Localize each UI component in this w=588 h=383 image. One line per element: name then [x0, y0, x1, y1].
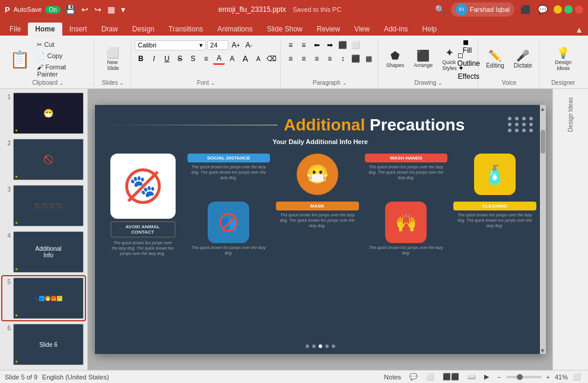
design-ideas-button[interactable]: 💡 Design Ideas [544, 45, 582, 74]
font-family-dropdown[interactable]: Calibri▾ [135, 40, 206, 50]
slide-thumb-5[interactable]: 5 ★ 🐾👥 😷 🙌 🧴 [2, 276, 85, 320]
font-size-shrink-button[interactable]: A [252, 53, 264, 65]
slide-thumb-6[interactable]: 6 ★ Slide 6 [2, 323, 85, 366]
slide-vscroll[interactable]: ▲ ▼ [540, 105, 546, 354]
shadow-button[interactable]: S [187, 53, 199, 65]
underline-button[interactable]: U [161, 53, 173, 65]
arrange-button[interactable]: ⬛ Arrange [410, 48, 436, 71]
present-icon[interactable]: ▦ [106, 4, 116, 15]
card-wash-hands-icon: 🙌 The quick brown fox jumps over the laz… [365, 202, 448, 256]
slide-title-area: Additional Precautions [95, 105, 546, 137]
reading-view-button[interactable]: 📖 [465, 372, 478, 381]
clear-format-button[interactable]: ⌫ [265, 53, 277, 65]
font-color-button[interactable]: A [213, 53, 225, 65]
tab-help[interactable]: Help [415, 23, 444, 36]
tab-design[interactable]: Design [125, 23, 161, 36]
zoom-in-button[interactable]: + [544, 373, 552, 381]
shapes-button[interactable]: ⬟ Shapes [383, 48, 408, 71]
bold-button[interactable]: B [135, 53, 147, 65]
user-badge[interactable]: FI Farshad Iqbal [451, 2, 514, 17]
notes-button[interactable]: Notes [382, 373, 403, 381]
strikethrough-button[interactable]: S [174, 53, 186, 65]
font-row-2: B I U S S ≡ A A A A ⌫ [135, 53, 277, 65]
user-name: Farshad Iqbal [470, 6, 510, 13]
format-painter-button[interactable]: 🖌 Format Painter [34, 62, 90, 79]
decrease-indent-button[interactable]: ⬅ [311, 39, 323, 51]
ribbon-collapse-icon[interactable]: ▲ [573, 24, 586, 36]
clipboard-label: Clipboard ⌄ [32, 79, 64, 87]
slideshow-button[interactable]: ▶ [482, 372, 491, 381]
tab-review[interactable]: Review [310, 23, 347, 36]
increase-font-button[interactable]: A+ [230, 39, 241, 51]
close-button[interactable] [575, 5, 583, 14]
slide-cards-grid: 🐾 AVOID ANIMALCONTACT The quick brown fo… [95, 151, 546, 261]
vscroll-up-button[interactable]: ▲ [540, 105, 546, 112]
undo-icon[interactable]: ↩ [80, 4, 90, 15]
justify-button[interactable]: ≡ [324, 53, 336, 65]
align-left-button[interactable]: ≡ [285, 53, 297, 65]
shape-effects-button[interactable]: ✦ Effects [463, 66, 475, 78]
comments-panel-button[interactable]: 💬 [407, 372, 420, 381]
zoom-slider-thumb[interactable] [517, 374, 523, 380]
search-icon[interactable]: 🔍 [434, 4, 446, 15]
vscroll-down-button[interactable]: ▼ [540, 347, 546, 354]
tab-insert[interactable]: Insert [62, 23, 94, 36]
tab-draw[interactable]: Draw [94, 23, 125, 36]
align-right-button[interactable]: ≡ [311, 53, 323, 65]
slide-thumb-1[interactable]: 1 ★ 😷 [2, 91, 85, 135]
editing-button[interactable]: ✏️ Editing [482, 48, 508, 71]
tab-home[interactable]: Home [28, 23, 62, 36]
tab-view[interactable]: View [347, 23, 377, 36]
quick-styles-icon: ✦ [445, 47, 454, 58]
increase-indent-button[interactable]: ➡ [324, 39, 336, 51]
tab-slideshow[interactable]: Slide Show [260, 23, 310, 36]
align-center-button[interactable]: ≡ [298, 53, 310, 65]
save-icon[interactable]: 💾 [64, 4, 77, 15]
app-logo-icon: P [5, 5, 10, 14]
autosave-toggle[interactable]: On [45, 6, 60, 14]
line-spacing-button[interactable]: ↕ [337, 53, 349, 65]
dictate-button[interactable]: 🎤 Dictate [510, 48, 536, 71]
tab-file[interactable]: File [2, 23, 28, 36]
share-icon[interactable]: ⬛ [519, 4, 532, 15]
fit-slide-button[interactable]: ⬜ [570, 372, 583, 381]
copy-button[interactable]: 📄 Copy [34, 51, 90, 61]
more-commands-icon[interactable]: ▾ [120, 4, 126, 15]
minimize-button[interactable] [554, 5, 562, 14]
slide-thumb-4[interactable]: 4 ★ AdditionalInfo [2, 230, 85, 274]
slide-main[interactable]: Additional Precautions Your Daily Additi… [95, 105, 546, 354]
shape-outline-button[interactable]: ◻ Outline [463, 53, 475, 65]
comments-icon[interactable]: 💬 [536, 4, 549, 15]
slide-thumb-2[interactable]: 2 ★ 🚫 [2, 138, 85, 181]
font-size-grow-button[interactable]: A [239, 53, 251, 65]
vscroll-thumb[interactable] [541, 130, 545, 154]
new-slide-button[interactable]: ⬜ NewSlide [103, 45, 123, 74]
design-ideas-icon: 💡 [557, 47, 570, 58]
bullets-button[interactable]: ≡ [285, 39, 297, 51]
tab-addins[interactable]: Add-ins [377, 23, 415, 36]
font-size-input[interactable]: 24 [207, 40, 228, 50]
restore-button[interactable] [564, 5, 573, 14]
slide-thumb-3[interactable]: 3 ★ ⬛⬛ ⬛⬛ [2, 184, 85, 228]
font-highlight-button[interactable]: A [226, 53, 238, 65]
decrease-font-button[interactable]: A- [243, 39, 255, 51]
normal-view-button[interactable]: ⬜ [424, 372, 437, 381]
slide-thumb-7[interactable]: 7 ★ Slide 7 [2, 369, 85, 370]
numbering-button[interactable]: ≡ [298, 39, 310, 51]
zoom-out-button[interactable]: − [495, 373, 503, 381]
ribbon-group-voice: ✏️ Editing 🎤 Dictate Voice [479, 38, 540, 88]
zoom-slider[interactable] [506, 376, 542, 378]
paste-button[interactable]: 📋 [6, 50, 33, 69]
slide-sorter-button[interactable]: ⬛⬛ [440, 372, 462, 381]
text-direction-button[interactable]: ⬜ [350, 39, 362, 51]
italic-button[interactable]: I [148, 53, 160, 65]
smartart-button[interactable]: ⬛ [350, 53, 362, 65]
columns-button[interactable]: ⬛ [337, 39, 349, 51]
tab-transitions[interactable]: Transitions [161, 23, 210, 36]
redo-icon[interactable]: ↪ [93, 4, 103, 15]
shape-fill-button[interactable]: ◼ Fill [463, 40, 475, 52]
tab-animations[interactable]: Animations [210, 23, 259, 36]
char-spacing-button[interactable]: ≡ [200, 53, 212, 65]
convert-to-smartart-button[interactable]: ▦ [363, 53, 375, 65]
cut-button[interactable]: ✂ Cut [34, 40, 90, 50]
